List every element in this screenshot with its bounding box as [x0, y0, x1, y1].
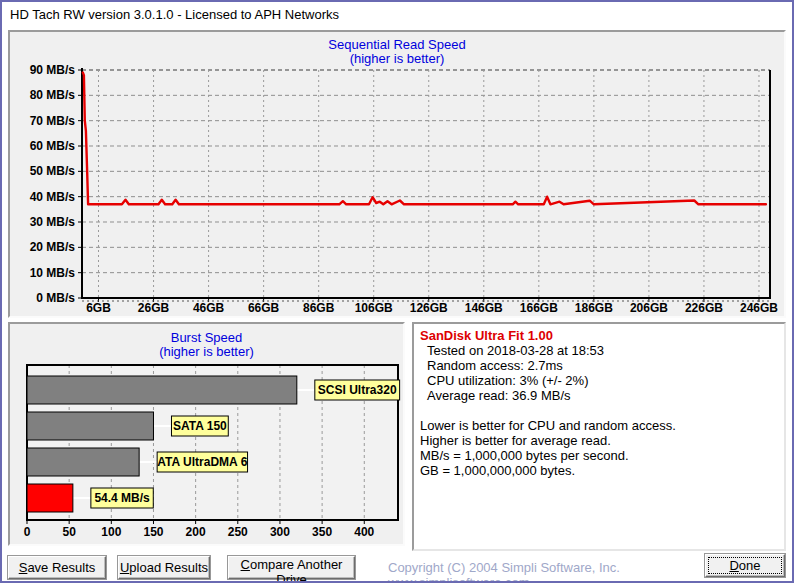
- burst-x-tick-label: 250: [228, 525, 248, 539]
- done-label: Done: [706, 558, 784, 573]
- compare-another-drive-label: Compare Another Drive: [229, 557, 354, 583]
- seq-y-tick-label: 40 MB/s: [30, 190, 76, 204]
- seq-x-tick-label: 226GB: [685, 301, 723, 315]
- sequential-chart-subtitle: (higher is better): [10, 52, 784, 66]
- sequential-read-panel: 0 MB/s10 MB/s20 MB/s30 MB/s40 MB/s50 MB/…: [8, 30, 786, 318]
- upload-results-label: Upload Results: [119, 560, 209, 575]
- seq-x-tick-label: 206GB: [630, 301, 668, 315]
- drive-note-line: Higher is better for average read.: [420, 433, 778, 448]
- sequential-chart-title: Sequential Read Speed: [10, 38, 784, 52]
- save-results-button[interactable]: Save Results: [8, 556, 106, 579]
- drive-note-line: Lower is better for CPU and random acces…: [420, 418, 778, 433]
- seq-x-tick-label: 126GB: [410, 301, 448, 315]
- seq-x-tick-label: 86GB: [303, 301, 335, 315]
- seq-y-tick-label: 70 MB/s: [30, 114, 76, 128]
- burst-x-tick-label: 200: [186, 525, 206, 539]
- done-button[interactable]: Done: [705, 554, 785, 577]
- sequential-read-plot: 0 MB/s10 MB/s20 MB/s30 MB/s40 MB/s50 MB/…: [10, 32, 784, 316]
- compare-another-drive-button[interactable]: Compare Another Drive: [228, 556, 355, 579]
- burst-x-tick-label: 150: [143, 525, 163, 539]
- burst-x-tick-label: 300: [270, 525, 290, 539]
- drive-info-panel: SanDisk Ultra Fit 1.00 Tested on 2018-03…: [412, 322, 786, 551]
- seq-x-tick-label: 6GB: [86, 301, 111, 315]
- drive-detail-line: CPU utilization: 3% (+/- 2%): [420, 373, 778, 388]
- burst-x-tick-label: 100: [101, 525, 121, 539]
- drive-detail-line: Random access: 2.7ms: [420, 358, 778, 373]
- seq-x-tick-label: 246GB: [740, 301, 778, 315]
- burst-bar: [27, 448, 139, 476]
- burst-x-tick-label: 350: [312, 525, 332, 539]
- upload-results-button[interactable]: Upload Results: [118, 556, 210, 579]
- burst-bar: [27, 484, 73, 512]
- seq-x-tick-label: 146GB: [465, 301, 503, 315]
- seq-y-tick-label: 50 MB/s: [30, 164, 76, 178]
- seq-x-tick-label: 106GB: [355, 301, 393, 315]
- seq-y-tick-label: 10 MB/s: [30, 266, 76, 280]
- info-spacer: [420, 403, 778, 418]
- burst-bar-label: 54.4 MB/s: [94, 491, 150, 505]
- burst-bar-label: ATA UltraDMA 6: [157, 455, 247, 469]
- seq-y-tick-label: 0 MB/s: [36, 291, 75, 305]
- drive-note-line: MB/s = 1,000,000 bytes per second.: [420, 448, 778, 463]
- copyright-text: Copyright (C) 2004 Simpli Software, Inc.…: [388, 560, 698, 583]
- burst-x-tick-label: 50: [62, 525, 76, 539]
- drive-note-line: GB = 1,000,000,000 bytes.: [420, 463, 778, 478]
- seq-x-tick-label: 186GB: [575, 301, 613, 315]
- burst-bar: [27, 376, 297, 404]
- burst-x-tick-label: 400: [354, 525, 374, 539]
- drive-detail-line: Tested on 2018-03-28 at 18:53: [420, 343, 778, 358]
- burst-x-tick-label: 0: [24, 525, 31, 539]
- drive-detail-line: Average read: 36.9 MB/s: [420, 388, 778, 403]
- seq-y-tick-label: 30 MB/s: [30, 215, 76, 229]
- burst-chart-title: Burst Speed: [10, 331, 403, 345]
- burst-bar-label: SCSI Ultra320: [318, 383, 397, 397]
- seq-y-tick-label: 60 MB/s: [30, 139, 76, 153]
- seq-x-tick-label: 26GB: [138, 301, 170, 315]
- app-title: HD Tach RW version 3.0.1.0 - Licensed to…: [10, 7, 339, 22]
- burst-bar: [27, 412, 153, 440]
- burst-bar-label: SATA 150: [173, 419, 227, 433]
- seq-x-tick-label: 46GB: [193, 301, 225, 315]
- burst-speed-panel: 050100150200250300350400SCSI Ultra320SAT…: [8, 322, 405, 546]
- burst-chart-subtitle: (higher is better): [10, 345, 403, 359]
- seq-plot-area: [82, 70, 770, 298]
- seq-y-tick-label: 20 MB/s: [30, 240, 76, 254]
- seq-x-tick-label: 66GB: [248, 301, 280, 315]
- drive-title: SanDisk Ultra Fit 1.00: [420, 328, 778, 343]
- seq-x-tick-label: 166GB: [520, 301, 558, 315]
- save-results-label: Save Results: [9, 560, 105, 575]
- seq-y-tick-label: 80 MB/s: [30, 88, 76, 102]
